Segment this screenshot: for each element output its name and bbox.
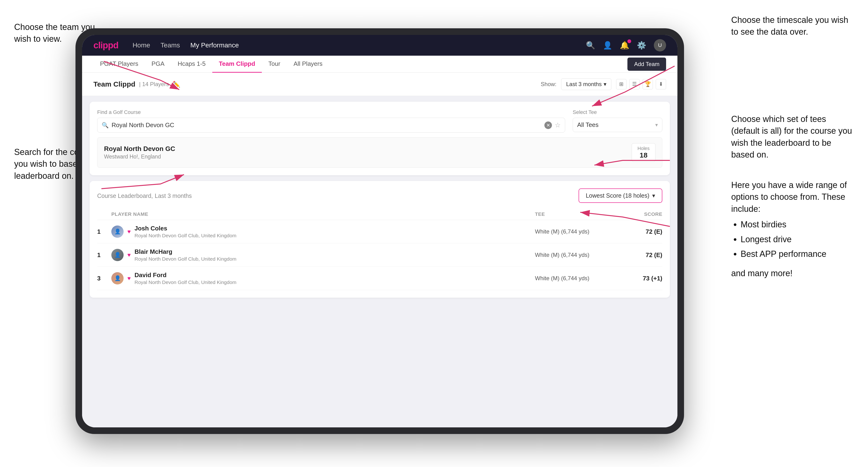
profile-icon[interactable]: 👤 xyxy=(603,41,612,50)
table-row: 1 👤 ♥ Blair McHarg Royal North Devon Gol… xyxy=(97,243,662,267)
player-club-1: Royal North Devon Golf Club, United King… xyxy=(134,233,236,239)
show-controls: Show: Last 3 months ▾ ⊞ ☰ 🏆 ⬇ xyxy=(541,78,666,90)
tab-pga[interactable]: PGA xyxy=(145,56,171,73)
nav-link-home[interactable]: Home xyxy=(132,41,150,49)
rank-cell-3: 3 xyxy=(97,275,111,282)
grid-view-btn[interactable]: ⊞ xyxy=(616,79,626,89)
tab-hcaps[interactable]: Hcaps 1-5 xyxy=(171,56,212,73)
col-player-header: PLAYER NAME xyxy=(111,211,535,217)
tee-dropdown[interactable]: All Tees ▾ xyxy=(573,118,662,132)
clear-search-button[interactable]: ✕ xyxy=(545,121,552,129)
table-row: 1 👤 ♥ Josh Coles Royal North Devon Golf … xyxy=(97,220,662,243)
player-count: | 14 Players xyxy=(139,81,169,88)
main-content: Team Clippd | 14 Players ✏️ Show: Last 3… xyxy=(82,73,677,427)
holes-box: Holes 18 xyxy=(632,143,655,162)
list-view-btn[interactable]: ☰ xyxy=(629,79,640,89)
course-result-row: Royal North Devon GC Westward Ho!, Engla… xyxy=(97,137,662,168)
rank-cell-1: 1 xyxy=(97,228,111,236)
col-score-header: SCORE xyxy=(615,211,662,217)
user-avatar[interactable]: U xyxy=(654,39,666,52)
score-dropdown-arrow-icon: ▾ xyxy=(652,192,655,199)
nav-link-my-performance[interactable]: My Performance xyxy=(190,41,239,49)
time-period-dropdown[interactable]: Last 3 months ▾ xyxy=(561,78,611,90)
navbar: clippd Home Teams My Performance 🔍 👤 🔔 ⚙… xyxy=(82,35,677,56)
score-type-dropdown[interactable]: Lowest Score (18 holes) ▾ xyxy=(579,188,662,203)
score-cell-1: 72 (E) xyxy=(615,228,662,236)
annotation-and-more: and many more! xyxy=(731,268,854,279)
leaderboard-title: Course Leaderboard, Last 3 months xyxy=(97,192,192,199)
option-birdies: Most birdies xyxy=(741,219,854,230)
tablet-screen: clippd Home Teams My Performance 🔍 👤 🔔 ⚙… xyxy=(82,35,677,427)
tee-value: All Tees xyxy=(577,121,655,129)
annotation-top-right: Choose the timescale you wish to see the… xyxy=(731,14,854,38)
player-info-2: Blair McHarg Royal North Devon Golf Club… xyxy=(134,248,236,262)
course-search-icon: 🔍 xyxy=(102,122,109,129)
player-avatar-2: 👤 xyxy=(111,249,124,261)
score-cell-2: 72 (E) xyxy=(615,251,662,259)
favorite-icon[interactable]: ☆ xyxy=(555,121,561,129)
find-course-label: Find a Golf Course xyxy=(97,109,565,115)
course-result-name: Royal North Devon GC xyxy=(104,145,175,153)
favorite-heart-1[interactable]: ♥ xyxy=(127,228,131,235)
rank-cell-2: 1 xyxy=(97,251,111,259)
download-btn[interactable]: ⬇ xyxy=(656,79,666,89)
add-team-button[interactable]: Add Team xyxy=(627,58,666,71)
annotation-bottom-right: Here you have a wide range of options to… xyxy=(731,179,854,280)
course-search-value[interactable]: Royal North Devon GC xyxy=(112,121,541,129)
tab-tour[interactable]: Tour xyxy=(262,56,287,73)
select-tee-label: Select Tee xyxy=(573,109,662,115)
option-drive: Longest drive xyxy=(741,234,854,245)
course-search-input-wrapper: 🔍 Royal North Devon GC ✕ ☆ xyxy=(97,118,565,132)
holes-number: 18 xyxy=(640,151,647,159)
player-cell-2: 👤 ♥ Blair McHarg Royal North Devon Golf … xyxy=(111,248,535,262)
tee-cell-1: White (M) (6,744 yds) xyxy=(535,228,615,235)
player-avatar-1: 👤 xyxy=(111,225,124,238)
tee-dropdown-arrow-icon: ▾ xyxy=(655,122,658,128)
leaderboard-header: Course Leaderboard, Last 3 months Lowest… xyxy=(97,188,662,203)
course-result-info: Royal North Devon GC Westward Ho!, Engla… xyxy=(104,145,175,160)
show-label: Show: xyxy=(541,81,557,88)
player-name-1: Josh Coles xyxy=(134,225,236,232)
player-avatar-3: 👤 xyxy=(111,272,124,284)
nav-links: Home Teams My Performance xyxy=(132,41,586,49)
subnav-tabs: PGAT Players PGA Hcaps 1-5 Team Clippd T… xyxy=(93,56,627,73)
nav-icons: 🔍 👤 🔔 ⚙️ U xyxy=(586,39,666,52)
tab-team-clippd[interactable]: Team Clippd xyxy=(212,56,262,73)
annotation-mid-right: Choose which set of tees (default is all… xyxy=(731,113,854,161)
find-course-group: Find a Golf Course 🔍 Royal North Devon G… xyxy=(97,109,565,132)
notification-badge xyxy=(627,39,631,43)
holes-label: Holes xyxy=(638,146,650,151)
trophy-view-btn[interactable]: 🏆 xyxy=(643,79,653,89)
nav-link-teams[interactable]: Teams xyxy=(161,41,180,49)
leaderboard-section: Course Leaderboard, Last 3 months Lowest… xyxy=(90,181,670,298)
col-rank-header xyxy=(97,211,111,217)
player-club-2: Royal North Devon Golf Club, United King… xyxy=(134,256,236,262)
content-header: Team Clippd | 14 Players ✏️ Show: Last 3… xyxy=(82,73,677,96)
select-tee-group: Select Tee All Tees ▾ xyxy=(573,109,662,132)
content-title-area: Team Clippd | 14 Players ✏️ xyxy=(93,80,180,88)
tab-all-players[interactable]: All Players xyxy=(287,56,329,73)
score-cell-3: 73 (+1) xyxy=(615,275,662,282)
dropdown-arrow-icon: ▾ xyxy=(603,81,607,88)
edit-team-icon[interactable]: ✏️ xyxy=(173,81,180,88)
favorite-heart-2[interactable]: ♥ xyxy=(127,252,131,258)
player-cell-1: 👤 ♥ Josh Coles Royal North Devon Golf Cl… xyxy=(111,225,535,239)
player-info-3: David Ford Royal North Devon Golf Club, … xyxy=(134,272,236,285)
table-row: 3 👤 ♥ David Ford Royal North Devon Golf … xyxy=(97,267,662,290)
player-club-3: Royal North Devon Golf Club, United King… xyxy=(134,280,236,285)
tee-cell-2: White (M) (6,744 yds) xyxy=(535,252,615,258)
tablet-device: clippd Home Teams My Performance 🔍 👤 🔔 ⚙… xyxy=(75,28,684,434)
search-form-row: Find a Golf Course 🔍 Royal North Devon G… xyxy=(97,109,662,132)
settings-icon[interactable]: ⚙️ xyxy=(637,41,646,50)
player-name-2: Blair McHarg xyxy=(134,248,236,255)
search-icon[interactable]: 🔍 xyxy=(586,41,595,50)
view-icons: ⊞ ☰ 🏆 ⬇ xyxy=(616,79,666,89)
option-app: Best APP performance xyxy=(741,248,854,260)
tee-cell-3: White (M) (6,744 yds) xyxy=(535,275,615,282)
bell-icon[interactable]: 🔔 xyxy=(620,41,629,50)
favorite-heart-3[interactable]: ♥ xyxy=(127,275,131,282)
col-tee-header: TEE xyxy=(535,211,615,217)
course-search-section: Find a Golf Course 🔍 Royal North Devon G… xyxy=(90,102,670,175)
tab-pgat-players[interactable]: PGAT Players xyxy=(93,56,145,73)
nav-logo: clippd xyxy=(93,40,118,51)
